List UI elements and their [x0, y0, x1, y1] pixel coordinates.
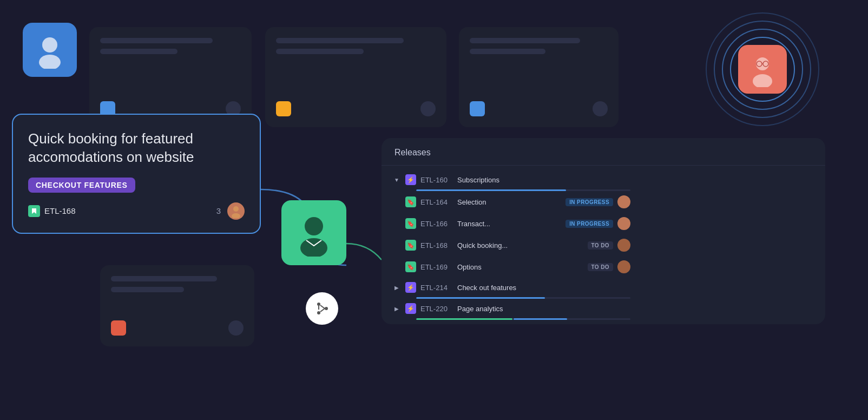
card-square-orange	[111, 320, 126, 336]
svg-point-8	[232, 213, 240, 218]
avatar-green-container	[281, 200, 346, 265]
lightning-icon-220: ⚡	[405, 303, 416, 314]
progress-fill-220-green	[416, 318, 512, 320]
card-line	[100, 49, 177, 54]
merge-icon	[306, 292, 338, 325]
feature-card: Quick booking for featured accomodations…	[12, 114, 261, 234]
card-line	[111, 287, 184, 292]
etl-164-name: Selection	[457, 198, 561, 206]
checkout-features-badge: CHECKOUT FEATURES	[28, 178, 135, 193]
release-row-214[interactable]: ▶ ⚡ ETL-214 Check out features	[382, 278, 641, 297]
release-row-160[interactable]: ▼ ⚡ ETL-160 Subscriptions	[382, 170, 641, 189]
card-circle	[228, 320, 244, 336]
status-166: IN PROGRESS	[565, 220, 613, 228]
etl-168-name: Quick booking...	[457, 241, 583, 250]
card-circle	[593, 101, 608, 116]
avatar-green	[281, 200, 346, 265]
svg-point-3	[753, 74, 772, 87]
status-164: IN PROGRESS	[565, 198, 613, 206]
release-row-168[interactable]: 🔖 ETL-168 Quick booking... TO DO	[382, 234, 641, 256]
release-row-164[interactable]: 🔖 ETL-164 Selection IN PROGRESS	[382, 191, 641, 213]
etl-169-id: ETL-169	[420, 263, 453, 271]
bg-card-top-mid	[265, 27, 446, 127]
gantt-section	[641, 166, 659, 324]
etl-160-id: ETL-160	[420, 176, 453, 184]
bookmark-icon-164: 🔖	[405, 196, 416, 207]
status-168: TO DO	[588, 241, 613, 250]
etl-166-name: Transact...	[457, 220, 561, 228]
card-line	[100, 38, 213, 43]
etl-164-id: ETL-164	[420, 198, 453, 206]
avatar-top-left	[23, 23, 77, 77]
card-line	[276, 38, 404, 43]
card-square-blue2	[470, 101, 485, 116]
avatar-164	[617, 195, 630, 208]
svg-point-12	[317, 311, 320, 314]
expand-icon-214[interactable]: ▶	[392, 283, 401, 292]
release-row-166[interactable]: 🔖 ETL-166 Transact... IN PROGRESS	[382, 213, 641, 234]
bookmark-icon-168: 🔖	[405, 240, 416, 251]
releases-header: Releases	[382, 138, 825, 166]
releases-list: ▼ ⚡ ETL-160 Subscriptions 🔖 ETL-164 Sele…	[382, 166, 641, 324]
bg-card-top-right	[459, 27, 619, 127]
avatar-168	[617, 239, 630, 252]
card-square-yellow	[276, 101, 291, 116]
release-group-160: ▼ ⚡ ETL-160 Subscriptions 🔖 ETL-164 Sele…	[382, 170, 641, 278]
card-line	[470, 49, 545, 54]
bookmark-icon-166: 🔖	[405, 218, 416, 229]
feature-card-title: Quick booking for featured accomodations…	[28, 130, 245, 167]
bookmark-icon-169: 🔖	[405, 261, 416, 272]
lightning-icon-160: ⚡	[405, 174, 416, 185]
release-row-169[interactable]: 🔖 ETL-169 Options TO DO	[382, 256, 641, 278]
card-circle	[420, 101, 436, 116]
avatar-top-right	[738, 45, 787, 94]
bg-card-bottom-left	[100, 265, 254, 346]
progress-220	[416, 318, 630, 320]
avatar-169	[617, 260, 630, 273]
svg-point-13	[325, 307, 328, 310]
bookmark-icon	[28, 205, 40, 217]
release-group-220: ▶ ⚡ ETL-220 Page analytics	[382, 299, 641, 320]
avatar-166	[617, 217, 630, 230]
etl-id-text: ETL-168	[44, 206, 76, 215]
svg-point-1	[39, 55, 61, 69]
svg-point-7	[233, 206, 239, 212]
releases-panel: Releases ▼ ⚡ ETL-160 Subscriptions	[382, 138, 825, 324]
etl-id: ETL-168	[28, 205, 76, 217]
comment-count: 3	[216, 206, 221, 215]
scene: Quick booking for featured accomodations…	[0, 0, 868, 420]
etl-214-id: ETL-214	[420, 284, 453, 292]
card-line	[111, 276, 217, 281]
status-169: TO DO	[588, 263, 613, 271]
etl-220-id: ETL-220	[420, 305, 453, 313]
svg-point-0	[42, 37, 57, 52]
card-line	[276, 49, 364, 54]
lightning-icon-214: ⚡	[405, 282, 416, 293]
etl-166-id: ETL-166	[420, 220, 453, 228]
bg-card-top-left	[89, 27, 252, 127]
release-group-214: ▶ ⚡ ETL-214 Check out features	[382, 278, 641, 299]
feature-card-footer: ETL-168 3	[28, 202, 245, 220]
etl-220-name: Page analytics	[457, 305, 630, 313]
etl-169-name: Options	[457, 263, 583, 271]
etl-168-id: ETL-168	[420, 241, 453, 250]
progress-fill-220-blue	[514, 318, 567, 320]
expand-icon-160[interactable]: ▼	[392, 175, 401, 184]
expand-icon-220[interactable]: ▶	[392, 304, 401, 313]
user-avatar-small	[227, 202, 245, 220]
avatar-top-right-container	[708, 15, 817, 123]
svg-point-9	[305, 217, 323, 235]
release-row-220[interactable]: ▶ ⚡ ETL-220 Page analytics	[382, 299, 641, 318]
svg-point-11	[317, 303, 320, 306]
svg-point-10	[300, 238, 327, 257]
etl-214-name: Check out features	[457, 284, 630, 292]
releases-body: ▼ ⚡ ETL-160 Subscriptions 🔖 ETL-164 Sele…	[382, 166, 825, 324]
card-line	[470, 38, 580, 43]
etl-160-name: Subscriptions	[457, 176, 630, 184]
